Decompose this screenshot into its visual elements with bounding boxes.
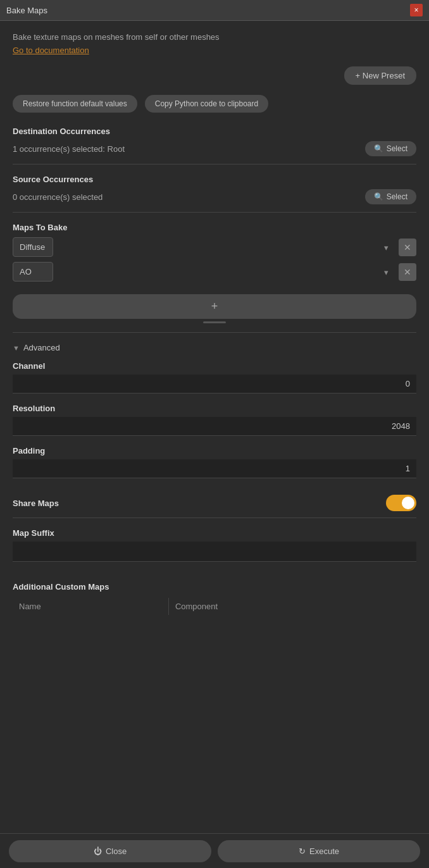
scroll-indicator-bar — [203, 321, 226, 323]
map-suffix-section: Map Suffix — [13, 528, 416, 572]
toggle-slider — [386, 495, 416, 511]
remove-diffuse-button[interactable]: ✕ — [399, 239, 416, 256]
additional-custom-maps-section: Additional Custom Maps Name Component — [13, 582, 416, 615]
source-label: Source Occurrences — [13, 175, 416, 184]
destination-label: Destination Occurrences — [13, 127, 416, 136]
search-icon: 🔍 — [374, 144, 383, 153]
destination-select-label: Select — [387, 144, 407, 153]
doc-link[interactable]: Go to documentation — [13, 46, 416, 55]
action-buttons-row: Restore function default values Copy Pyt… — [13, 95, 416, 113]
padding-input[interactable]: 1 — [13, 459, 416, 478]
close-label: Close — [106, 846, 127, 856]
bottom-bar: ⏻ Close ↻ Execute — [0, 833, 429, 868]
power-icon: ⏻ — [94, 846, 102, 856]
divider-3 — [13, 332, 416, 333]
chevron-down-icon: ▼ — [13, 344, 20, 352]
resolution-value: 2048 — [392, 421, 410, 431]
table-header-row: Name Component — [13, 598, 416, 615]
window-title: Bake Maps — [6, 6, 47, 15]
padding-label: Padding — [13, 446, 416, 456]
top-buttons-row: + New Preset — [13, 66, 416, 85]
channel-value: 0 — [406, 379, 410, 388]
maps-to-bake-label: Maps To Bake — [13, 223, 416, 232]
restore-defaults-button[interactable]: Restore function default values — [13, 95, 137, 113]
channel-section: Channel 0 — [13, 361, 416, 394]
search-icon-2: 🔍 — [374, 192, 383, 201]
destination-text: 1 occurrence(s) selected: Root — [13, 144, 125, 154]
close-window-button[interactable]: × — [410, 4, 423, 16]
diffuse-select[interactable]: Diffuse AO Normal — [13, 237, 53, 257]
advanced-label: Advanced — [23, 343, 60, 352]
remove-ao-button[interactable]: ✕ — [399, 263, 416, 281]
title-bar: Bake Maps × — [0, 0, 429, 21]
ao-select-wrapper: AO Diffuse Normal — [13, 262, 395, 282]
divider-2 — [13, 212, 416, 213]
destination-select-button[interactable]: 🔍 Select — [365, 141, 416, 156]
add-map-button[interactable]: + — [13, 294, 416, 319]
diffuse-row: Diffuse AO Normal ✕ — [13, 237, 416, 257]
custom-maps-table: Name Component — [13, 598, 416, 615]
source-select-label: Select — [387, 192, 407, 201]
advanced-toggle[interactable]: ▼ Advanced — [13, 343, 416, 352]
source-row: 0 occurrence(s) selected 🔍 Select — [13, 189, 416, 204]
execute-icon: ↻ — [299, 846, 306, 856]
share-maps-row: Share Maps — [13, 488, 416, 518]
execute-button[interactable]: ↻ Execute — [218, 840, 420, 862]
share-maps-toggle[interactable] — [386, 495, 416, 511]
map-suffix-label: Map Suffix — [13, 528, 416, 538]
channel-input[interactable]: 0 — [13, 375, 416, 394]
close-button[interactable]: ⏻ Close — [9, 840, 211, 862]
channel-label: Channel — [13, 361, 416, 371]
main-content: Bake texture maps on meshes from self or… — [0, 21, 429, 833]
source-select-button[interactable]: 🔍 Select — [365, 189, 416, 204]
source-text: 0 occurrence(s) selected — [13, 192, 103, 202]
divider-1 — [13, 164, 416, 164]
resolution-section: Resolution 2048 — [13, 404, 416, 436]
copy-python-button[interactable]: Copy Python code to clipboard — [145, 95, 268, 113]
destination-row: 1 occurrence(s) selected: Root 🔍 Select — [13, 141, 416, 156]
column-component: Component — [168, 598, 416, 615]
source-occurrences-section: Source Occurrences 0 occurrence(s) selec… — [13, 175, 416, 213]
resolution-input[interactable]: 2048 — [13, 417, 416, 436]
new-preset-button[interactable]: + New Preset — [344, 66, 416, 85]
padding-section: Padding 1 — [13, 446, 416, 478]
scroll-indicator — [13, 321, 416, 323]
description-text: Bake texture maps on meshes from self or… — [13, 32, 416, 42]
custom-maps-label: Additional Custom Maps — [13, 582, 416, 592]
padding-value: 1 — [406, 464, 410, 473]
ao-select[interactable]: AO Diffuse Normal — [13, 262, 53, 282]
scroll-area[interactable]: Bake texture maps on meshes from self or… — [0, 21, 429, 833]
ao-row: AO Diffuse Normal ✕ — [13, 262, 416, 282]
diffuse-select-wrapper: Diffuse AO Normal — [13, 237, 395, 257]
execute-label: Execute — [309, 846, 339, 856]
destination-occurrences-section: Destination Occurrences 1 occurrence(s) … — [13, 127, 416, 164]
share-maps-label: Share Maps — [13, 499, 59, 508]
column-name: Name — [13, 598, 168, 615]
resolution-label: Resolution — [13, 404, 416, 413]
map-suffix-input[interactable] — [13, 542, 416, 562]
maps-to-bake-section: Maps To Bake Diffuse AO Normal ✕ AO — [13, 223, 416, 333]
